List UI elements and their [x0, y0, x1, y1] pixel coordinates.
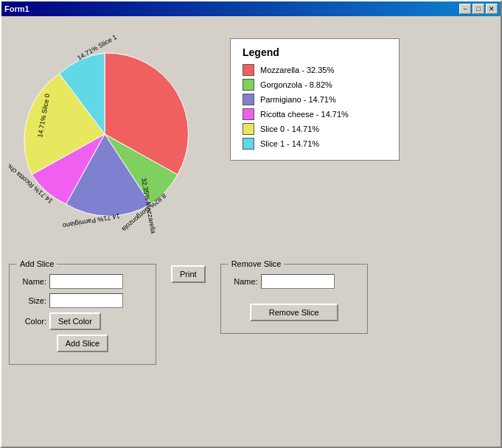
legend-color-4 [243, 123, 254, 135]
name-input[interactable] [49, 274, 123, 289]
remove-slice-legend: Remove Slice [229, 259, 285, 268]
maximize-button[interactable]: □ [473, 4, 484, 14]
minimize-button[interactable]: − [459, 4, 471, 14]
remove-name-row: Name: [229, 274, 360, 289]
title-bar-controls: − □ ✕ [459, 4, 498, 14]
legend-color-2 [243, 94, 254, 105]
remove-button-row: Remove Slice [229, 304, 360, 321]
legend-color-3 [243, 108, 254, 120]
legend-label-1: Gorgonzola - 8.82% [260, 80, 332, 89]
size-label: Size: [17, 296, 46, 305]
legend-color-5 [243, 138, 254, 150]
close-button[interactable]: ✕ [486, 4, 498, 14]
legend-item-1: Gorgonzola - 8.82% [243, 79, 387, 91]
set-color-button[interactable]: Set Color [49, 312, 101, 330]
pie-chart: 32.35% Mozzarella 8.82% Gorgonzola 14.71… [9, 24, 208, 237]
add-slice-group: Add Slice Name: Size: Color: Set Color A… [9, 259, 156, 365]
legend-item-3: Ricotta cheese - 14.71% [243, 108, 387, 120]
content-area: 32.35% Mozzarella 8.82% Gorgonzola 14.71… [1, 16, 501, 447]
add-slice-legend: Add Slice [17, 259, 57, 268]
size-input[interactable] [49, 293, 123, 308]
legend-item-5: Slice 1 - 14.71% [243, 138, 387, 150]
legend-label-2: Parmigiano - 14.71% [260, 95, 336, 104]
legend-box: Legend Mozzarella - 32.35% Gorgonzola - … [230, 38, 400, 161]
legend-color-1 [243, 79, 254, 91]
main-window: Form1 − □ ✕ [0, 0, 502, 448]
name-label: Name: [17, 277, 46, 286]
legend-color-0 [243, 64, 254, 76]
remove-slice-button[interactable]: Remove Slice [250, 304, 338, 321]
remove-name-input[interactable] [261, 274, 335, 289]
add-slice-button[interactable]: Add Slice [57, 335, 108, 352]
legend-title: Legend [243, 46, 387, 58]
legend-item-4: Slice 0 - 14.71% [243, 123, 387, 135]
color-label: Color: [17, 317, 46, 326]
remove-slice-group: Remove Slice Name: Remove Slice [220, 259, 368, 334]
chart-area: 32.35% Mozzarella 8.82% Gorgonzola 14.71… [9, 24, 493, 245]
size-row: Size: [17, 293, 148, 308]
color-row: Color: Set Color [17, 312, 148, 330]
window-title: Form1 [4, 4, 459, 13]
remove-name-label: Name: [229, 277, 258, 286]
print-area: Print [171, 259, 206, 283]
legend-item-0: Mozzarella - 32.35% [243, 64, 387, 76]
label-parmigiano: 14.71% Parmigiano [62, 212, 120, 229]
legend-label-0: Mozzarella - 32.35% [260, 66, 334, 74]
legend-label-5: Slice 1 - 14.71% [260, 139, 319, 148]
legend-item-2: Parmigiano - 14.71% [243, 94, 387, 105]
legend-label-4: Slice 0 - 14.71% [260, 125, 319, 133]
pie-chart-container: 32.35% Mozzarella 8.82% Gorgonzola 14.71… [9, 24, 215, 245]
title-bar: Form1 − □ ✕ [1, 1, 501, 16]
name-row: Name: [17, 274, 148, 289]
print-button[interactable]: Print [171, 265, 206, 283]
bottom-area: Add Slice Name: Size: Color: Set Color A… [9, 259, 493, 365]
legend-label-3: Ricotta cheese - 14.71% [260, 110, 349, 119]
add-slice-row: Add Slice [17, 335, 148, 352]
